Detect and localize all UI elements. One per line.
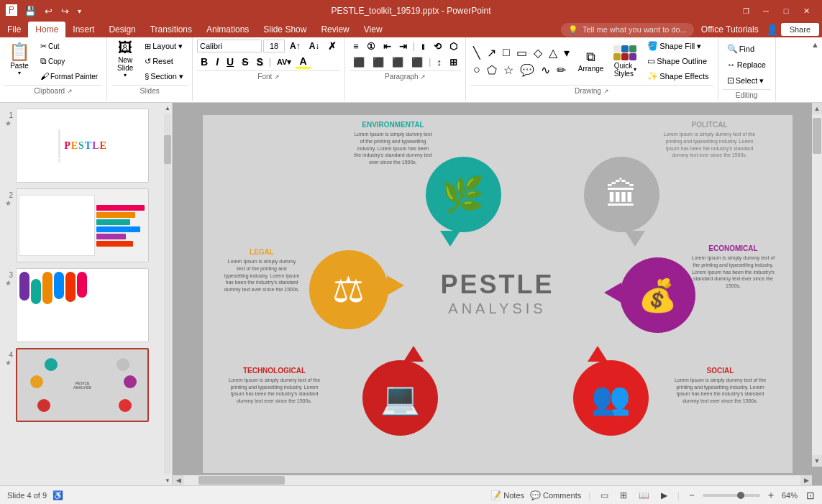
find-btn[interactable]: 🔍 Find bbox=[723, 42, 771, 56]
canvas-scroll-down[interactable]: ▼ bbox=[812, 455, 822, 467]
view-normal[interactable]: ▭ bbox=[598, 489, 611, 502]
convert-smartart-btn[interactable]: ⊞ bbox=[446, 55, 461, 69]
scroll-up-arrow[interactable]: ▲ bbox=[163, 103, 172, 113]
shape-fill-btn[interactable]: 🪣 Shape Fill ▾ bbox=[643, 39, 713, 53]
shape-pentagon[interactable]: ⬠ bbox=[484, 62, 500, 78]
align-right-btn[interactable]: ⬛ bbox=[388, 55, 407, 69]
strikethrough-btn[interactable]: S bbox=[238, 55, 252, 69]
shape-freeform[interactable]: ✏ bbox=[554, 62, 569, 78]
canvas-hscrollbar[interactable]: ◀ ▶ bbox=[173, 475, 812, 485]
shape-more[interactable]: ▾ bbox=[561, 45, 572, 61]
view-slideshow[interactable]: ▶ bbox=[658, 489, 670, 502]
slide-thumb-2[interactable]: 2 ★ bbox=[3, 188, 169, 262]
redo-quick-btn[interactable]: ↪ bbox=[58, 4, 72, 18]
text-direction-btn[interactable]: ⟲ bbox=[430, 39, 445, 53]
reset-btn[interactable]: ↺ Reset bbox=[140, 54, 188, 68]
zoom-out-btn[interactable]: － bbox=[687, 489, 697, 502]
char-spacing-btn[interactable]: AV▾ bbox=[273, 55, 295, 69]
bold-btn[interactable]: B bbox=[197, 55, 211, 69]
font-color-btn[interactable]: A bbox=[296, 55, 310, 69]
justify-btn[interactable]: ⬛ bbox=[408, 55, 426, 69]
decrease-font-btn[interactable]: A↓ bbox=[306, 39, 324, 53]
menu-file[interactable]: File bbox=[0, 22, 28, 37]
align-left-btn[interactable]: ⬛ bbox=[350, 55, 368, 69]
slide-panel-scrollbar[interactable]: ▲ ▼ bbox=[163, 103, 172, 485]
align-center-btn[interactable]: ⬛ bbox=[369, 55, 388, 69]
canvas-hscroll-right[interactable]: ▶ bbox=[800, 475, 812, 485]
maximize-btn[interactable]: □ bbox=[776, 4, 796, 18]
slide-img-4[interactable]: PESTLEANALYSIS bbox=[16, 348, 149, 422]
font-size-input[interactable] bbox=[263, 40, 285, 52]
share-button[interactable]: Share bbox=[781, 23, 819, 36]
shape-rect[interactable]: □ bbox=[500, 45, 513, 61]
comments-button[interactable]: 💬 Comments bbox=[530, 490, 581, 500]
columns-btn[interactable]: ⫾ bbox=[417, 39, 429, 53]
close-btn[interactable]: ✕ bbox=[796, 4, 816, 18]
underline-btn[interactable]: U bbox=[223, 55, 237, 69]
menu-slideshow[interactable]: Slide Show bbox=[256, 22, 314, 37]
slide-img-1[interactable]: P E S T L E bbox=[16, 109, 149, 183]
shadow-btn[interactable]: S bbox=[253, 55, 267, 69]
office-tutorials-link[interactable]: Office Tutorials bbox=[694, 22, 766, 37]
scroll-thumb[interactable] bbox=[164, 135, 171, 164]
notes-button[interactable]: 📝 Notes bbox=[490, 490, 524, 500]
view-reading[interactable]: 📖 bbox=[636, 489, 652, 502]
canvas-scroll-up[interactable]: ▲ bbox=[812, 103, 822, 114]
menu-review[interactable]: Review bbox=[314, 22, 356, 37]
menu-insert[interactable]: Insert bbox=[65, 22, 101, 37]
slide-thumb-1[interactable]: 1 ★ P E bbox=[3, 109, 169, 183]
restore-btn[interactable]: ❐ bbox=[736, 4, 756, 18]
menu-animations[interactable]: Animations bbox=[199, 22, 256, 37]
slide-img-2[interactable] bbox=[16, 188, 149, 262]
slide-thumb-3[interactable]: 3 ★ bbox=[3, 268, 169, 342]
shape-triangle[interactable]: △ bbox=[546, 45, 560, 61]
canvas-vscrollbar[interactable]: ▲ ▼ bbox=[812, 103, 822, 467]
canvas-hscroll-thumb[interactable] bbox=[198, 476, 285, 485]
menu-design[interactable]: Design bbox=[101, 22, 142, 37]
line-spacing-btn[interactable]: ↕ bbox=[433, 55, 445, 69]
paste-btn[interactable]: 📋 Paste ▾ bbox=[4, 39, 35, 79]
scroll-down-arrow[interactable]: ▼ bbox=[163, 475, 172, 485]
undo-quick-btn[interactable]: ↩ bbox=[42, 4, 55, 18]
font-name-input[interactable] bbox=[197, 40, 262, 52]
shape-callout[interactable]: 💬 bbox=[517, 62, 537, 78]
shape-effects-btn[interactable]: ✨ Shape Effects bbox=[643, 69, 713, 83]
menu-home[interactable]: Home bbox=[28, 22, 65, 37]
shape-circle[interactable]: ○ bbox=[470, 62, 483, 78]
fit-slide-btn[interactable]: ⊡ bbox=[806, 490, 815, 501]
clear-format-btn[interactable]: ✗ bbox=[324, 39, 340, 53]
smart-art-btn[interactable]: ⬡ bbox=[446, 39, 461, 53]
shape-line[interactable]: ╲ bbox=[470, 45, 483, 61]
shape-arrow[interactable]: ↗ bbox=[484, 45, 499, 61]
italic-btn[interactable]: I bbox=[212, 55, 222, 69]
increase-indent-btn[interactable]: ⇥ bbox=[396, 39, 411, 53]
new-slide-btn[interactable]: 🖼 New Slide ▾ bbox=[111, 39, 139, 79]
shape-diamond[interactable]: ◇ bbox=[531, 45, 545, 61]
zoom-slider[interactable] bbox=[703, 494, 760, 497]
arrange-btn[interactable]: ⧉ Arrange bbox=[575, 41, 608, 81]
slide-img-3[interactable] bbox=[16, 268, 149, 342]
shape-rounded-rect[interactable]: ▭ bbox=[513, 45, 530, 61]
quick-styles-btn[interactable]: QuickStyles ▾ bbox=[609, 41, 641, 81]
menu-transitions[interactable]: Transitions bbox=[143, 22, 199, 37]
bullets-btn[interactable]: ≡ bbox=[350, 39, 362, 53]
save-quick-btn[interactable]: 💾 bbox=[22, 4, 39, 18]
canvas-scroll-thumb[interactable] bbox=[813, 118, 821, 154]
increase-font-btn[interactable]: A↑ bbox=[286, 39, 304, 53]
collapse-ribbon-btn[interactable]: ▲ bbox=[808, 37, 822, 101]
copy-btn[interactable]: ⧉Copy bbox=[36, 54, 102, 68]
customize-quick-btn[interactable]: ▾ bbox=[75, 6, 84, 17]
zoom-in-btn[interactable]: ＋ bbox=[766, 489, 776, 502]
canvas-hscroll-left[interactable]: ◀ bbox=[173, 475, 184, 485]
select-btn[interactable]: ⊡ Select ▾ bbox=[723, 73, 771, 88]
numbered-btn[interactable]: ① bbox=[363, 39, 379, 53]
layout-btn[interactable]: ⊞ Layout ▾ bbox=[140, 39, 188, 53]
decrease-indent-btn[interactable]: ⇤ bbox=[380, 39, 395, 53]
slide-thumb-4[interactable]: 4 ★ PESTLEANALYSIS bbox=[3, 348, 169, 422]
search-box[interactable]: 💡 Tell me what you want to do... bbox=[561, 23, 694, 37]
minimize-btn[interactable]: ─ bbox=[756, 4, 776, 18]
section-btn[interactable]: § Section ▾ bbox=[140, 69, 188, 83]
replace-btn[interactable]: ↔ Replace bbox=[723, 58, 771, 72]
format-painter-btn[interactable]: 🖌Format Painter bbox=[36, 69, 102, 83]
menu-view[interactable]: View bbox=[357, 22, 390, 37]
